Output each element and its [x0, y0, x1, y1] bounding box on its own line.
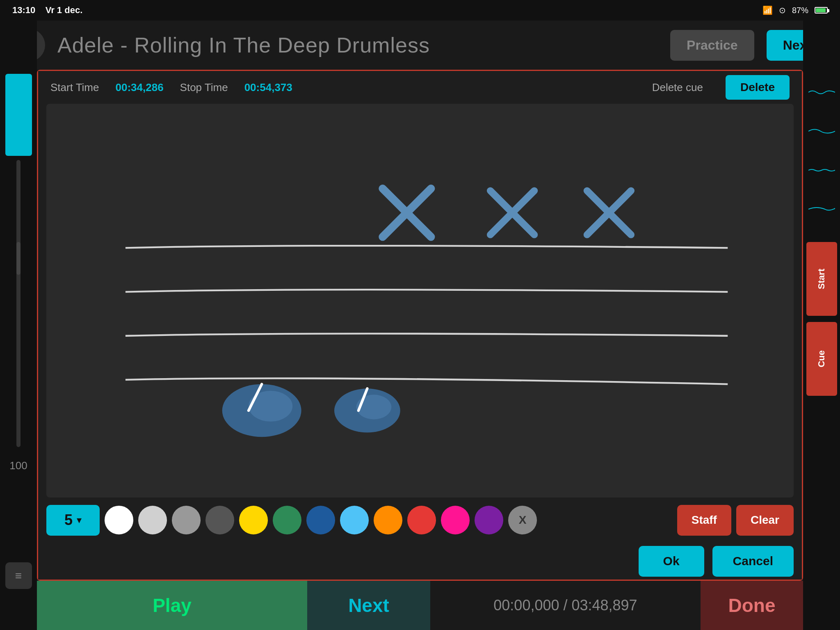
play-button[interactable]: Play [37, 581, 307, 630]
play-label: Play [153, 594, 192, 616]
waveform-svg-4 [808, 204, 835, 215]
eraser-tool[interactable]: X [508, 506, 537, 534]
battery-percent: 87% [792, 6, 808, 15]
done-button[interactable]: Done [701, 581, 803, 630]
cancel-button[interactable]: Cancel [712, 546, 794, 577]
delete-button[interactable]: Delete [726, 75, 790, 100]
page-title: Adele - Rolling In The Deep Drumless [57, 33, 658, 57]
color-light-blue[interactable] [340, 506, 369, 534]
color-pink[interactable] [441, 506, 470, 534]
color-dark-blue[interactable] [306, 506, 335, 534]
delete-cue-label: Delete cue [652, 81, 703, 94]
size-chevron-icon: ▾ [77, 514, 82, 526]
color-gray[interactable] [172, 506, 201, 534]
drawing-canvas[interactable] [46, 104, 794, 498]
color-dark-gray[interactable] [205, 506, 234, 534]
ok-cancel-row: Ok Cancel [38, 543, 802, 580]
status-time-date: 13:10 Vr 1 dec. [12, 5, 82, 16]
color-yellow[interactable] [239, 506, 268, 534]
annotation-topbar: Start Time 00:34,286 Stop Time 00:54,373… [38, 71, 802, 104]
header: ‹ Adele - Rolling In The Deep Drumless P… [0, 21, 840, 70]
staff-button[interactable]: Staff [677, 505, 731, 536]
start-button-label: Start [816, 269, 827, 289]
drum-notation-x3 [587, 191, 631, 235]
stop-time-label: Stop Time [180, 81, 228, 94]
battery-icon [815, 7, 828, 14]
annotation-panel: Start Time 00:34,286 Stop Time 00:54,373… [37, 70, 803, 581]
note-blob-2-highlight [356, 395, 392, 419]
drawing-svg [46, 104, 794, 498]
main-content: Start Time 00:34,286 Stop Time 00:54,373… [37, 70, 803, 581]
color-purple[interactable] [475, 506, 503, 534]
cue-action-button[interactable]: Cue [806, 322, 837, 396]
color-light-gray[interactable] [138, 506, 167, 534]
ok-button[interactable]: Ok [639, 546, 704, 577]
color-orange[interactable] [374, 506, 402, 534]
done-label: Done [728, 594, 776, 616]
start-time-value: 00:34,286 [115, 81, 163, 94]
waveform-svg-2 [808, 126, 835, 137]
stop-time-value: 00:54,373 [244, 81, 292, 94]
volume-label: 100 [9, 459, 27, 472]
color-green[interactable] [273, 506, 301, 534]
eraser-x-label: X [519, 514, 527, 527]
location-icon: ⊙ [779, 5, 786, 15]
battery-fill [816, 8, 826, 12]
status-indicators: 📶 ⊙ 87% [762, 5, 828, 15]
time-display: 00:00,000 / 03:48,897 [430, 581, 701, 630]
next-transport-label: Next [348, 594, 389, 616]
waveform-svg-3 [808, 165, 835, 176]
left-sidebar: 100 ≡ [0, 21, 37, 630]
waveform-svg-1 [808, 87, 835, 98]
clear-button[interactable]: Clear [736, 505, 794, 536]
color-red[interactable] [407, 506, 436, 534]
wifi-icon: 📶 [762, 5, 773, 15]
waveform-display-4 [806, 191, 837, 228]
sidebar-color-block [5, 74, 32, 156]
size-picker[interactable]: 5 ▾ [46, 505, 100, 536]
time-value: 00:00,000 / 03:48,897 [493, 597, 637, 614]
status-date: Vr 1 dec. [46, 5, 83, 15]
start-action-button[interactable]: Start [806, 242, 837, 316]
status-time: 13:10 [12, 5, 35, 15]
drum-notation-x2 [490, 191, 534, 235]
eq-button[interactable]: ≡ [5, 562, 32, 589]
next-transport-button[interactable]: Next [307, 581, 430, 630]
practice-button[interactable]: Practice [670, 30, 754, 61]
size-value: 5 [64, 511, 73, 529]
drum-notation-x1 [383, 189, 431, 237]
right-sidebar: Start Cue [803, 21, 840, 630]
volume-slider-track[interactable] [16, 160, 21, 447]
waveform-display-2 [806, 113, 837, 150]
waveform-display-1 [806, 74, 837, 111]
eq-icon: ≡ [15, 569, 22, 582]
waveform-display-3 [806, 152, 837, 189]
volume-slider-thumb[interactable] [16, 242, 21, 275]
color-white[interactable] [105, 506, 133, 534]
cue-button-label: Cue [816, 350, 827, 368]
start-time-label: Start Time [50, 81, 99, 94]
annotation-toolbar: 5 ▾ X Staff Clear [38, 498, 802, 543]
transport-bar: Play Next 00:00,000 / 03:48,897 Done [37, 581, 803, 630]
status-bar: 13:10 Vr 1 dec. 📶 ⊙ 87% [0, 0, 840, 21]
